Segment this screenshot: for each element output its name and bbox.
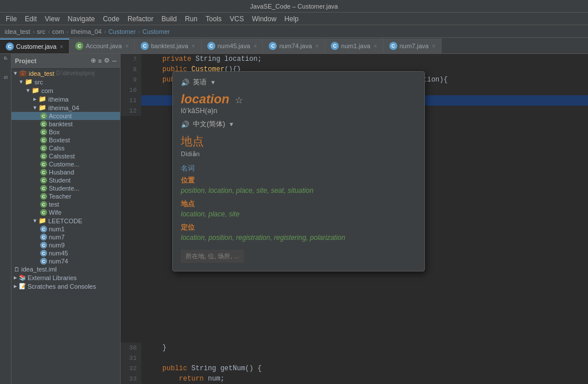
tree-box[interactable]: C Box: [11, 128, 120, 136]
popup-chinese-dropdown[interactable]: ▼: [229, 121, 234, 127]
breadcrumb-item[interactable]: Customer: [109, 28, 136, 35]
tree-label: test: [49, 201, 59, 208]
tree-num74[interactable]: C num74: [11, 257, 120, 265]
tree-account[interactable]: C Account: [11, 112, 120, 120]
tab-label-num1: num1.java: [341, 42, 370, 49]
tree-src[interactable]: ▾ 📁 src: [11, 77, 120, 86]
tree-label: num74: [49, 258, 68, 265]
tab-account-java[interactable]: C Account.java ×: [69, 38, 135, 53]
tree-banktest[interactable]: C banktest: [11, 120, 120, 128]
class-icon-customer: C: [40, 161, 47, 168]
tree-studente[interactable]: C Studente...: [11, 184, 120, 192]
code-area[interactable]: 7 private String location; 8 public Cust…: [121, 54, 588, 384]
speaker-english-icon[interactable]: 🔊: [181, 79, 189, 87]
tree-label: Box: [49, 129, 60, 135]
tree-label: itheima: [48, 96, 68, 103]
project-header-icon3[interactable]: ⚙: [104, 57, 110, 64]
popup-pos-noun: 名词: [181, 164, 416, 173]
menu-refactor[interactable]: Refactor: [124, 14, 157, 24]
breadcrumb-item[interactable]: itheima_04: [71, 28, 102, 35]
tab-close-num1[interactable]: ×: [374, 43, 377, 49]
tree-label: External Libraries: [28, 274, 77, 281]
tree-itheima[interactable]: ▸ 📁 itheima: [11, 95, 120, 103]
menu-code[interactable]: Code: [99, 14, 123, 24]
tree-teacher[interactable]: C Teacher: [11, 192, 120, 200]
tree-label: num7: [49, 234, 65, 241]
menu-view[interactable]: View: [41, 14, 63, 24]
tree-calss[interactable]: C Calss: [11, 144, 120, 152]
popup-phonetic: lōˈkāSH(ə)n: [181, 107, 416, 115]
tree-leetcode[interactable]: ▾ 📁 LEETCODE: [11, 216, 120, 225]
tree-root[interactable]: ▾ 💼 idea_test D:\develop\proj: [11, 69, 120, 77]
tree-scratches[interactable]: ▸ 📝 Scratches and Consoles: [11, 282, 120, 290]
menu-window[interactable]: Window: [249, 14, 280, 24]
tree-arrow: ▾: [26, 87, 30, 94]
tree-calsstest[interactable]: C Calsstest: [11, 152, 120, 160]
tab-close-num7[interactable]: ×: [432, 43, 435, 49]
menu-run[interactable]: Run: [181, 14, 201, 24]
class-icon-box: C: [40, 129, 47, 135]
tab-close-num74[interactable]: ×: [315, 43, 319, 49]
menu-edit[interactable]: Edit: [21, 14, 40, 24]
tree-num9[interactable]: C num9: [11, 241, 120, 249]
folder-icon: 📁: [25, 78, 33, 86]
project-header-icon2[interactable]: ≡: [98, 57, 102, 64]
tree-wife[interactable]: C Wife: [11, 208, 120, 216]
tree-student[interactable]: C Student: [11, 176, 120, 184]
tree-num45[interactable]: C num45: [11, 249, 120, 257]
tree-num1[interactable]: C num1: [11, 225, 120, 233]
project-icon[interactable]: P: [3, 56, 9, 60]
tab-num45-java[interactable]: C num45.java ×: [202, 38, 264, 53]
menu-navigate[interactable]: Navigate: [64, 14, 98, 24]
tab-icon-customer: C: [6, 42, 14, 51]
class-icon-teacher: C: [40, 193, 47, 200]
tree-husband[interactable]: C Husband: [11, 168, 120, 176]
tree-iml[interactable]: 🗒 idea_test.iml: [11, 265, 120, 273]
tree-boxtest[interactable]: C Boxtest: [11, 136, 120, 144]
tab-icon-num1: C: [331, 42, 339, 50]
popup-more-text[interactable]: 所在地, 位, 场所, ...: [181, 250, 244, 263]
menu-file[interactable]: File: [2, 14, 20, 24]
popup-entry1-word: 位置: [181, 176, 416, 185]
tab-close-account[interactable]: ×: [125, 43, 129, 49]
project-header-icon4[interactable]: ─: [112, 57, 117, 64]
tree-external-libs[interactable]: ▸ 📚 External Libraries: [11, 273, 120, 282]
popup-star[interactable]: ☆: [235, 95, 243, 105]
breadcrumb-item[interactable]: src: [37, 28, 45, 35]
popup-chinese-label: 中文(简体): [193, 119, 225, 129]
tree-arrow: ▾: [33, 217, 37, 224]
tree-label: Student: [49, 177, 71, 184]
tab-close-banktest[interactable]: ×: [192, 43, 195, 49]
tree-label: com: [41, 87, 53, 94]
class-icon-calss: C: [40, 145, 47, 152]
breadcrumb-item[interactable]: com: [52, 28, 64, 35]
breadcrumb-item[interactable]: idea_test: [5, 28, 30, 35]
tab-customer-java[interactable]: C Customer.java ×: [0, 38, 69, 53]
menu-vcs[interactable]: VCS: [226, 14, 247, 24]
title-bar: JavaSE_Code – Customer.java: [0, 0, 588, 13]
tab-label-num7: num7.java: [400, 42, 429, 49]
tree-customer[interactable]: C Custome...: [11, 160, 120, 168]
speaker-chinese-icon[interactable]: 🔊: [181, 121, 189, 129]
structure-icon[interactable]: S: [3, 76, 9, 79]
tree-num7[interactable]: C num7: [11, 233, 120, 241]
popup-english-row: 🔊 英语 ▼: [181, 77, 416, 87]
breadcrumb-item[interactable]: Customer: [142, 28, 170, 35]
menu-tools[interactable]: Tools: [202, 14, 225, 24]
tree-com[interactable]: ▾ 📁 com: [11, 86, 120, 95]
tab-banktest-java[interactable]: C banktest.java ×: [135, 38, 202, 53]
tab-num1-java[interactable]: C num1.java ×: [325, 38, 384, 53]
tab-close-num45[interactable]: ×: [254, 43, 257, 49]
tree-itheima04[interactable]: ▾ 📁 itheima_04: [11, 103, 120, 112]
project-header-icon1[interactable]: ⊕: [91, 57, 96, 64]
folder-icon: 📁: [32, 87, 40, 94]
popup-english-dropdown[interactable]: ▼: [210, 79, 216, 86]
menu-help[interactable]: Help: [281, 14, 302, 24]
tree-test[interactable]: C test: [11, 200, 120, 208]
menu-build[interactable]: Build: [158, 14, 180, 24]
tab-num74-java[interactable]: C num74.java ×: [263, 38, 325, 53]
project-header-label: Project: [15, 57, 36, 64]
tab-close-customer[interactable]: ×: [60, 44, 63, 50]
popup-word: location: [181, 92, 229, 106]
tab-num7-java[interactable]: C num7.java ×: [384, 38, 442, 53]
